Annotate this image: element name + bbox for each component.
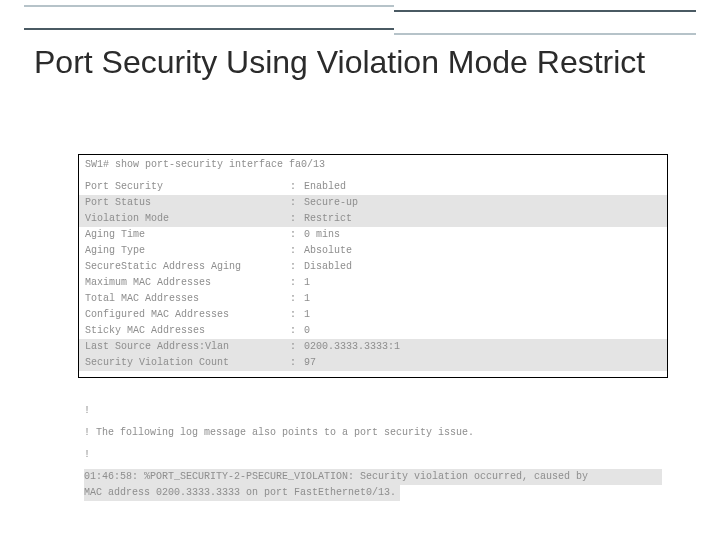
rule-dark-left [24,28,394,30]
row-val: Enabled [304,179,346,195]
row-val: 0 [304,323,310,339]
table-row: Security Violation Count : 97 [79,355,667,371]
row-key: Total MAC Addresses [85,291,290,307]
row-val: 0 mins [304,227,340,243]
command-line: SW1# show port-security interface fa0/13 [79,157,667,173]
table-row: Port Status : Secure-up [79,195,667,211]
table-row: SecureStatic Address Aging : Disabled [79,259,667,275]
table-row: Violation Mode : Restrict [79,211,667,227]
table-row: Aging Type : Absolute [79,243,667,259]
row-colon: : [290,195,304,211]
log-line-2: MAC address 0200.3333.3333 on port FastE… [84,485,662,501]
row-val: 1 [304,307,310,323]
row-key: Aging Type [85,243,290,259]
note-message: ! The following log message also points … [84,425,662,441]
row-colon: : [290,323,304,339]
slide-title: Port Security Using Violation Mode Restr… [34,44,686,80]
row-colon: : [290,179,304,195]
row-key: Violation Mode [85,211,290,227]
table-row: Sticky MAC Addresses : 0 [79,323,667,339]
row-val: Restrict [304,211,352,227]
row-colon: : [290,355,304,371]
row-key: Sticky MAC Addresses [85,323,290,339]
table-row: Aging Time : 0 mins [79,227,667,243]
log-text-1: 01:46:58: %PORT_SECURITY-2-PSECURE_VIOLA… [84,471,588,482]
log-text-2: MAC address 0200.3333.3333 on port FastE… [84,485,400,501]
row-val: Absolute [304,243,352,259]
row-colon: : [290,307,304,323]
row-key: Maximum MAC Addresses [85,275,290,291]
row-colon: : [290,259,304,275]
row-key: Port Status [85,195,290,211]
note-bang: ! [84,403,662,419]
row-key: Security Violation Count [85,355,290,371]
row-colon: : [290,275,304,291]
row-val: 0200.3333.3333:1 [304,339,400,355]
row-val: Disabled [304,259,352,275]
table-row: Last Source Address:Vlan : 0200.3333.333… [79,339,667,355]
terminal-output: SW1# show port-security interface fa0/13… [78,154,668,378]
row-colon: : [290,243,304,259]
slide-top-rules [0,0,720,34]
row-key: Configured MAC Addresses [85,307,290,323]
row-val: 97 [304,355,316,371]
row-key: Aging Time [85,227,290,243]
rule-light-right [394,33,696,35]
rule-light-left [24,5,394,7]
row-key: Port Security [85,179,290,195]
table-row: Total MAC Addresses : 1 [79,291,667,307]
row-colon: : [290,227,304,243]
row-val: 1 [304,275,310,291]
table-row: Maximum MAC Addresses : 1 [79,275,667,291]
row-val: Secure-up [304,195,358,211]
table-row: Port Security : Enabled [79,179,667,195]
row-colon: : [290,339,304,355]
log-line-1: 01:46:58: %PORT_SECURITY-2-PSECURE_VIOLA… [84,469,662,485]
notes-block: ! ! The following log message also point… [78,403,668,501]
note-bang: ! [84,447,662,463]
table-row: Configured MAC Addresses : 1 [79,307,667,323]
row-colon: : [290,211,304,227]
row-key: SecureStatic Address Aging [85,259,290,275]
slide: Port Security Using Violation Mode Restr… [0,0,720,540]
rule-dark-right [394,10,696,12]
row-colon: : [290,291,304,307]
row-val: 1 [304,291,310,307]
command-text: SW1# show port-security interface fa0/13 [85,157,325,173]
row-key: Last Source Address:Vlan [85,339,290,355]
